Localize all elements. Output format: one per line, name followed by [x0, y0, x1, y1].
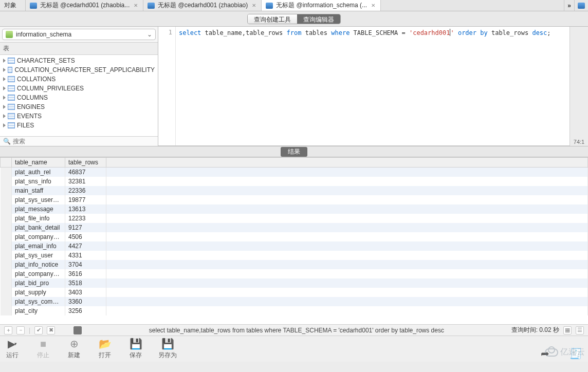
document-tab[interactable]: 无标题 @information_schema (...✕	[262, 0, 381, 11]
tab-overflow-button[interactable]: »	[564, 0, 575, 11]
document-tab[interactable]: 对象	[0, 0, 26, 11]
document-tabs: 对象无标题 @cedarhd001 (zhaobia...✕无标题 @cedar…	[0, 0, 588, 11]
mode-builder-button[interactable]: 查询创建工具	[248, 14, 297, 24]
cell[interactable]: 46837	[65, 168, 106, 177]
table-row[interactable]: plat_email_info4427	[1, 241, 588, 251]
results-tab[interactable]: 结果	[281, 147, 307, 157]
table-row[interactable]: plat_city3256	[1, 306, 588, 315]
tree-item[interactable]: ENGINES	[0, 102, 158, 111]
table-row[interactable]: plat_info_notice3704	[1, 260, 588, 269]
tree-item[interactable]: COLUMN_PRIVILEGES	[0, 84, 158, 93]
cell[interactable]: plat_supply	[12, 288, 65, 297]
run-button[interactable]: ▶▾ 运行	[4, 338, 21, 360]
document-tab[interactable]: 无标题 @cedarhd001 (zhaobiao)✕	[143, 0, 262, 11]
tab-new-icon[interactable]	[575, 0, 588, 11]
cell[interactable]: plat_sns_info	[12, 177, 65, 186]
column-header[interactable]: table_rows	[65, 158, 106, 168]
cell[interactable]: plat_info_notice	[12, 260, 65, 269]
table-row[interactable]: plat_message13613	[1, 204, 588, 214]
share-button[interactable]: ➦	[537, 347, 553, 360]
search-input[interactable]	[13, 138, 155, 145]
cell[interactable]: 3256	[65, 306, 106, 315]
schema-selector[interactable]: information_schema ⌄	[2, 29, 156, 40]
tab-spacer	[381, 0, 564, 11]
cell[interactable]: 32381	[65, 177, 106, 186]
cell[interactable]: plat_sys_user_reco	[12, 195, 65, 204]
table-row[interactable]: plat_sns_info32381	[1, 177, 588, 186]
tree-item[interactable]: COLLATION_CHARACTER_SET_APPLICABILITY	[0, 65, 158, 75]
tree-item-label: EVENTS	[17, 113, 42, 120]
code-area[interactable]: select table_name,table_rows from tables…	[176, 27, 569, 145]
table-row[interactable]: plat_sys_user4331	[1, 251, 588, 260]
cell[interactable]: 9127	[65, 223, 106, 232]
new-button[interactable]: ⊕ 新建	[66, 338, 82, 360]
cell[interactable]: plat_company_ach	[12, 232, 65, 241]
cell[interactable]: 19877	[65, 195, 106, 204]
cancel-button[interactable]: ✖	[47, 326, 55, 334]
cell[interactable]: main_staff	[12, 186, 65, 195]
cell[interactable]: 4331	[65, 251, 106, 260]
table-row[interactable]: plat_supply3403	[1, 288, 588, 297]
table-row[interactable]: plat_company_atta3616	[1, 269, 588, 278]
save-as-button[interactable]: 💾 另存为	[158, 338, 177, 360]
tree-item[interactable]: CHARACTER_SETS	[0, 56, 158, 65]
schema-name: information_schema	[16, 31, 71, 38]
tree-item[interactable]: FILES	[0, 121, 158, 130]
cell[interactable]: 3360	[65, 297, 106, 306]
table-tree[interactable]: CHARACTER_SETSCOLLATION_CHARACTER_SET_AP…	[0, 55, 158, 136]
cell[interactable]: 4506	[65, 232, 106, 241]
close-icon[interactable]: ✕	[251, 3, 257, 9]
query-timing: 查询时间: 0.02 秒	[511, 326, 559, 334]
tree-item[interactable]: EVENTS	[0, 111, 158, 121]
cell[interactable]: 22336	[65, 186, 106, 195]
tree-section-header: 表	[0, 42, 158, 55]
cell[interactable]: 3704	[65, 260, 106, 269]
grid-view-button[interactable]: ▦	[563, 326, 572, 334]
table-row[interactable]: plat_bank_detail9127	[1, 223, 588, 232]
open-button[interactable]: 📂 打开	[97, 338, 113, 360]
cell[interactable]: 3518	[65, 278, 106, 288]
close-icon[interactable]: ✕	[370, 3, 376, 9]
cell[interactable]: 12233	[65, 214, 106, 223]
cell[interactable]: 3616	[65, 269, 106, 278]
tree-item[interactable]: COLLATIONS	[0, 75, 158, 84]
caret-icon	[3, 68, 6, 72]
document-tab[interactable]: 无标题 @cedarhd001 (zhaobia...✕	[26, 0, 143, 11]
cell[interactable]: 3403	[65, 288, 106, 297]
tree-item[interactable]: COLUMNS	[0, 93, 158, 102]
cell[interactable]: plat_bid_pro	[12, 278, 65, 288]
commit-button[interactable]: ✔	[34, 326, 43, 334]
table-row[interactable]: plat_bid_pro3518	[1, 278, 588, 288]
sql-editor[interactable]: 1 select table_name,table_rows from tabl…	[158, 27, 569, 146]
stop-small-button[interactable]	[74, 326, 82, 334]
cell[interactable]: plat_bank_detail	[12, 223, 65, 232]
table-row[interactable]: main_staff22336	[1, 186, 588, 195]
cell[interactable]: plat_company_atta	[12, 269, 65, 278]
form-view-button[interactable]: ☰	[576, 326, 584, 334]
table-row[interactable]: plat_sys_company3360	[1, 297, 588, 306]
remove-row-button[interactable]: －	[16, 326, 25, 334]
database-icon	[6, 31, 13, 38]
table-icon	[8, 58, 15, 64]
table-row[interactable]: plat_sys_user_reco19877	[1, 195, 588, 204]
column-header[interactable]: table_name	[12, 158, 65, 168]
cell[interactable]: plat_sys_company	[12, 297, 65, 306]
results-grid-wrap[interactable]: table_nametable_rows plat_auth_rel46837p…	[0, 157, 588, 325]
cell[interactable]: plat_file_info	[12, 214, 65, 223]
table-row[interactable]: plat_file_info12233	[1, 214, 588, 223]
table-row[interactable]: plat_auth_rel46837	[1, 168, 588, 177]
add-row-button[interactable]: ＋	[4, 326, 12, 334]
cell[interactable]: plat_auth_rel	[12, 168, 65, 177]
cell[interactable]: 4427	[65, 241, 106, 251]
cell[interactable]: plat_message	[12, 204, 65, 214]
table-row[interactable]: plat_company_ach4506	[1, 232, 588, 241]
save-button[interactable]: 💾 保存	[127, 338, 144, 360]
cell[interactable]: plat_city	[12, 306, 65, 315]
close-icon[interactable]: ✕	[133, 3, 139, 9]
cell[interactable]: 13613	[65, 204, 106, 214]
cell[interactable]: plat_sys_user	[12, 251, 65, 260]
mode-editor-button[interactable]: 查询编辑器	[297, 14, 340, 24]
search-icon: 🔍	[3, 138, 11, 145]
cell[interactable]: plat_email_info	[12, 241, 65, 251]
log-button[interactable]: 🧾	[567, 347, 584, 360]
